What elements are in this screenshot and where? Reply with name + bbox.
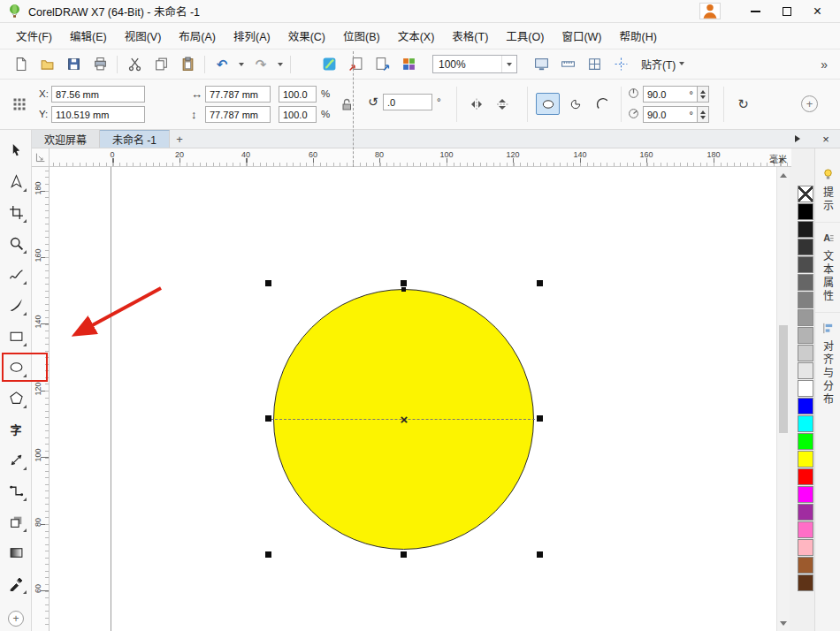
color-swatch-brown[interactable] (798, 557, 813, 574)
cut-button[interactable] (121, 53, 148, 76)
transparency-tool[interactable] (4, 540, 28, 565)
selection-handle-middle-left[interactable] (265, 415, 271, 422)
color-swatch-50-black[interactable] (798, 292, 813, 308)
docker-tab-align-distribute[interactable]: 对齐与分布 (815, 313, 840, 415)
color-swatch-red[interactable] (798, 468, 813, 485)
color-swatch-black[interactable] (798, 203, 813, 220)
menu-tools[interactable]: 工具(O) (497, 23, 553, 49)
pie-mode-button[interactable] (563, 93, 587, 115)
color-swatch-pink[interactable] (798, 521, 813, 538)
minimize-button[interactable] (740, 1, 771, 22)
selection-handle-top-center[interactable] (401, 280, 407, 286)
show-rulers-button[interactable] (554, 53, 581, 76)
vertical-scrollbar-thumb[interactable] (779, 325, 788, 433)
copy-button[interactable] (148, 53, 174, 76)
selection-handle-top-left[interactable] (265, 280, 271, 286)
color-swatch-10-black[interactable] (798, 362, 813, 379)
color-swatch-white[interactable] (798, 380, 813, 397)
color-swatch-80-black[interactable] (798, 239, 813, 255)
scale-x-field[interactable]: 100.0 (279, 86, 317, 103)
snap-to-button[interactable]: 贴齐(T) (634, 53, 691, 75)
no-color-swatch[interactable] (798, 186, 813, 202)
menu-file[interactable]: 文件(F) (7, 23, 61, 49)
mirror-vertical-button[interactable] (491, 94, 513, 115)
show-guidelines-button[interactable] (607, 53, 634, 76)
account-button[interactable] (699, 3, 721, 19)
menu-bitmaps[interactable]: 位图(B) (334, 23, 389, 49)
color-swatch-purple[interactable] (798, 504, 813, 521)
connector-tool[interactable] (4, 478, 28, 503)
zoom-tool[interactable] (4, 231, 28, 255)
redo-dropdown-button[interactable] (274, 53, 286, 76)
fullscreen-preview-button[interactable] (528, 53, 554, 76)
menu-help[interactable]: 帮助(H) (611, 23, 666, 49)
menu-table[interactable]: 表格(T) (443, 23, 497, 49)
drop-shadow-tool[interactable] (4, 509, 28, 534)
tab-welcome-screen[interactable]: 欢迎屏幕 (32, 130, 100, 148)
shape-tool[interactable] (4, 169, 28, 194)
show-grid-button[interactable] (581, 53, 607, 76)
change-direction-button[interactable]: ↻ (732, 93, 754, 115)
pick-tool[interactable] (4, 138, 28, 163)
end-angle-spinner[interactable] (698, 106, 709, 123)
menu-layout[interactable]: 布局(A) (170, 23, 225, 49)
menu-arrange[interactable]: 排列(A) (225, 23, 279, 49)
export-button[interactable] (369, 53, 395, 76)
polygon-tool[interactable] (4, 385, 28, 410)
color-swatch-20-black[interactable] (798, 345, 813, 361)
color-swatch-30-black[interactable] (798, 327, 813, 344)
menu-text[interactable]: 文本(X) (389, 23, 444, 49)
scale-y-field[interactable]: 100.0 (279, 106, 317, 123)
color-swatch-40-black[interactable] (798, 309, 813, 326)
vertical-ruler[interactable]: 180 160 140 120 100 80 60 (32, 167, 50, 631)
selection-handle-bottom-right[interactable] (537, 551, 543, 558)
color-swatch-70-black[interactable] (798, 256, 813, 273)
search-content-button[interactable] (316, 53, 342, 76)
propbar-add-button[interactable]: + (801, 95, 818, 112)
end-angle-field[interactable]: 90.0° (643, 106, 698, 123)
tab-scroll-right-button[interactable] (792, 130, 806, 148)
color-swatch-light-pink[interactable] (798, 539, 813, 556)
new-tab-button[interactable]: + (170, 130, 189, 148)
selection-handle-bottom-left[interactable] (265, 551, 271, 558)
object-origin-button[interactable] (9, 93, 30, 116)
drawing-canvas[interactable]: × (50, 167, 776, 631)
color-swatch-green[interactable] (798, 433, 813, 450)
tab-untitled-1[interactable]: 未命名 -1 (100, 130, 170, 148)
rectangle-tool[interactable] (4, 323, 28, 348)
object-height-field[interactable]: 77.787 mm (205, 106, 271, 123)
rotation-angle-field[interactable]: .0 (383, 94, 432, 110)
parallel-dimension-tool[interactable] (4, 447, 28, 472)
color-swatch-90-black[interactable] (798, 221, 813, 238)
color-swatch-dark-brown[interactable] (798, 574, 813, 591)
ellipse-mode-button[interactable] (536, 93, 560, 115)
docker-tab-hints[interactable]: 提示 (815, 159, 840, 223)
zoom-dropdown-button[interactable] (501, 56, 516, 72)
color-swatch-magenta[interactable] (798, 486, 813, 503)
artistic-media-tool[interactable] (4, 293, 28, 317)
menu-window[interactable]: 窗口(W) (553, 23, 610, 49)
application-launcher-button[interactable] (395, 53, 422, 76)
close-document-button[interactable]: × (819, 130, 833, 148)
color-swatch-yellow[interactable] (798, 451, 813, 468)
new-document-button[interactable] (7, 53, 34, 76)
print-button[interactable] (87, 53, 113, 76)
ruler-origin-button[interactable] (32, 148, 50, 167)
scroll-down-button[interactable] (777, 619, 790, 631)
import-button[interactable] (342, 53, 369, 76)
close-button[interactable]: × (802, 1, 833, 22)
x-position-field[interactable]: 87.56 mm (51, 86, 145, 103)
menu-edit[interactable]: 编辑(E) (61, 23, 116, 49)
paste-button[interactable] (174, 53, 201, 76)
menu-effects[interactable]: 效果(C) (279, 23, 334, 49)
start-angle-spinner[interactable] (698, 86, 709, 103)
horizontal-ruler[interactable]: 0 20 40 60 80 100 120 140 160 180 毫米 (50, 148, 791, 167)
object-width-field[interactable]: 77.787 mm (205, 86, 271, 103)
open-button[interactable] (34, 53, 60, 76)
ellipse-node[interactable] (401, 287, 406, 292)
menu-view[interactable]: 视图(V) (116, 23, 171, 49)
crop-tool[interactable] (4, 200, 28, 224)
selection-handle-middle-right[interactable] (537, 415, 543, 422)
arc-mode-button[interactable] (591, 93, 615, 115)
selection-handle-bottom-center[interactable] (401, 551, 407, 558)
